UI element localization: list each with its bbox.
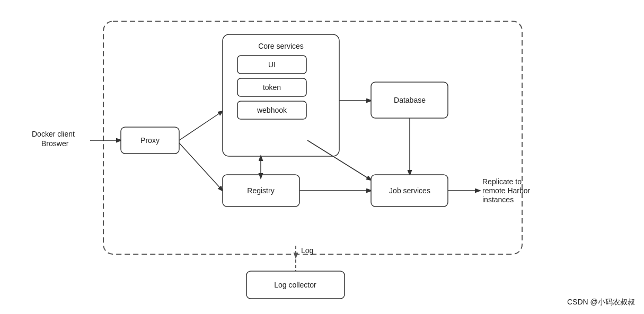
replicate-label1: Replicate to [482,177,522,186]
ui-label: UI [268,60,276,69]
registry-label: Registry [247,186,274,195]
log-label: Log [301,246,313,255]
svg-line-4 [179,143,223,191]
log-collector-label: Log collector [274,281,316,289]
database-label: Database [394,96,426,104]
proxy-label: Proxy [140,136,160,145]
svg-line-3 [179,111,223,140]
replicate-label2: remote Harbor [482,186,531,195]
webhook-label: webhook [257,106,287,114]
browser-label: Broswer [41,139,69,148]
token-label: token [263,83,281,92]
job-services-label: Job services [389,186,430,195]
replicate-label3: instances [482,195,514,204]
core-services-label: Core services [258,42,304,50]
diagram-container: Docker client Broswer Proxy Core service… [0,0,644,314]
docker-client-label: Docker client [32,130,75,138]
watermark: CSDN @小码农叔叔 [567,298,635,306]
